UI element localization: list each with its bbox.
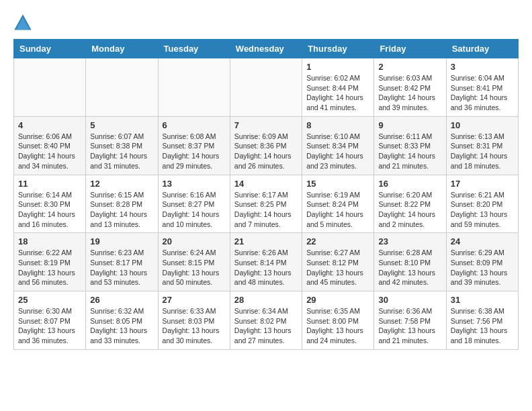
day-info: Sunrise: 6:17 AMSunset: 8:25 PMDaylight:…: [234, 190, 298, 230]
calendar-cell: 1Sunrise: 6:02 AMSunset: 8:44 PMDaylight…: [302, 58, 374, 117]
day-number: 13: [163, 179, 226, 189]
day-info: Sunrise: 6:20 AMSunset: 8:22 PMDaylight:…: [378, 190, 441, 230]
day-info: Sunrise: 6:36 AMSunset: 7:58 PMDaylight:…: [378, 306, 441, 346]
day-info: Sunrise: 6:07 AMSunset: 8:38 PMDaylight:…: [90, 132, 153, 171]
day-number: 26: [90, 295, 153, 305]
day-number: 11: [18, 179, 81, 189]
calendar-cell: 15Sunrise: 6:19 AMSunset: 8:24 PMDayligh…: [302, 175, 374, 233]
day-number: 7: [234, 120, 298, 130]
day-number: 15: [306, 179, 369, 189]
day-number: 23: [378, 236, 441, 246]
day-number: 3: [451, 62, 514, 72]
day-number: 4: [18, 120, 81, 130]
calendar-cell: 18Sunrise: 6:22 AMSunset: 8:19 PMDayligh…: [14, 233, 86, 291]
calendar-cell: 7Sunrise: 6:09 AMSunset: 8:36 PMDaylight…: [230, 116, 302, 175]
day-header-monday: Monday: [86, 40, 158, 58]
calendar-cell: 29Sunrise: 6:35 AMSunset: 8:00 PMDayligh…: [302, 291, 374, 350]
day-info: Sunrise: 6:19 AMSunset: 8:24 PMDaylight:…: [306, 190, 369, 230]
calendar-table: SundayMondayTuesdayWednesdayThursdayFrid…: [13, 39, 519, 350]
calendar-cell: 2Sunrise: 6:03 AMSunset: 8:42 PMDaylight…: [374, 58, 446, 117]
calendar-week-row: 25Sunrise: 6:30 AMSunset: 8:07 PMDayligh…: [14, 291, 519, 350]
calendar-cell: 9Sunrise: 6:11 AMSunset: 8:33 PMDaylight…: [374, 116, 446, 175]
day-info: Sunrise: 6:24 AMSunset: 8:15 PMDaylight:…: [163, 248, 226, 287]
calendar-cell: 10Sunrise: 6:13 AMSunset: 8:31 PMDayligh…: [446, 116, 518, 175]
day-number: 21: [234, 236, 298, 246]
header: [13, 13, 519, 32]
day-info: Sunrise: 6:02 AMSunset: 8:44 PMDaylight:…: [306, 73, 369, 113]
day-info: Sunrise: 6:38 AMSunset: 7:56 PMDaylight:…: [451, 306, 514, 346]
day-info: Sunrise: 6:33 AMSunset: 8:03 PMDaylight:…: [163, 306, 226, 346]
calendar-cell: [86, 58, 158, 117]
day-number: 16: [378, 179, 441, 189]
day-number: 10: [451, 120, 514, 130]
logo-icon: [13, 13, 32, 32]
calendar-cell: 17Sunrise: 6:21 AMSunset: 8:20 PMDayligh…: [446, 175, 518, 233]
day-number: 14: [234, 179, 298, 189]
calendar-cell: 28Sunrise: 6:34 AMSunset: 8:02 PMDayligh…: [230, 291, 302, 350]
day-info: Sunrise: 6:09 AMSunset: 8:36 PMDaylight:…: [234, 132, 298, 171]
day-number: 20: [163, 236, 226, 246]
day-number: 29: [306, 295, 369, 305]
day-info: Sunrise: 6:11 AMSunset: 8:33 PMDaylight:…: [378, 132, 441, 171]
day-number: 19: [90, 236, 153, 246]
calendar-cell: 27Sunrise: 6:33 AMSunset: 8:03 PMDayligh…: [158, 291, 230, 350]
day-info: Sunrise: 6:16 AMSunset: 8:27 PMDaylight:…: [163, 190, 226, 230]
calendar-cell: 19Sunrise: 6:23 AMSunset: 8:17 PMDayligh…: [86, 233, 158, 291]
day-header-thursday: Thursday: [302, 40, 374, 58]
calendar-cell: 14Sunrise: 6:17 AMSunset: 8:25 PMDayligh…: [230, 175, 302, 233]
day-info: Sunrise: 6:26 AMSunset: 8:14 PMDaylight:…: [234, 248, 298, 287]
day-info: Sunrise: 6:34 AMSunset: 8:02 PMDaylight:…: [234, 306, 298, 346]
day-header-sunday: Sunday: [14, 40, 86, 58]
day-info: Sunrise: 6:15 AMSunset: 8:28 PMDaylight:…: [90, 190, 153, 230]
day-info: Sunrise: 6:23 AMSunset: 8:17 PMDaylight:…: [90, 248, 153, 287]
calendar-cell: 31Sunrise: 6:38 AMSunset: 7:56 PMDayligh…: [446, 291, 518, 350]
day-number: 18: [18, 236, 81, 246]
calendar-header-row: SundayMondayTuesdayWednesdayThursdayFrid…: [14, 40, 519, 58]
calendar-cell: 25Sunrise: 6:30 AMSunset: 8:07 PMDayligh…: [14, 291, 86, 350]
calendar-cell: 4Sunrise: 6:06 AMSunset: 8:40 PMDaylight…: [14, 116, 86, 175]
day-number: 12: [90, 179, 153, 189]
day-number: 1: [306, 62, 369, 72]
day-info: Sunrise: 6:04 AMSunset: 8:41 PMDaylight:…: [451, 73, 514, 113]
day-info: Sunrise: 6:21 AMSunset: 8:20 PMDaylight:…: [451, 190, 514, 230]
day-number: 30: [378, 295, 441, 305]
day-number: 2: [378, 62, 441, 72]
day-number: 22: [306, 236, 369, 246]
calendar-cell: 26Sunrise: 6:32 AMSunset: 8:05 PMDayligh…: [86, 291, 158, 350]
day-number: 27: [163, 295, 226, 305]
day-info: Sunrise: 6:06 AMSunset: 8:40 PMDaylight:…: [18, 132, 81, 171]
calendar-cell: 20Sunrise: 6:24 AMSunset: 8:15 PMDayligh…: [158, 233, 230, 291]
calendar-cell: 3Sunrise: 6:04 AMSunset: 8:41 PMDaylight…: [446, 58, 518, 117]
calendar-cell: 13Sunrise: 6:16 AMSunset: 8:27 PMDayligh…: [158, 175, 230, 233]
calendar-cell: 8Sunrise: 6:10 AMSunset: 8:34 PMDaylight…: [302, 116, 374, 175]
calendar-week-row: 4Sunrise: 6:06 AMSunset: 8:40 PMDaylight…: [14, 116, 519, 175]
day-number: 31: [451, 295, 514, 305]
day-number: 9: [378, 120, 441, 130]
day-number: 17: [451, 179, 514, 189]
day-info: Sunrise: 6:03 AMSunset: 8:42 PMDaylight:…: [378, 73, 441, 113]
day-info: Sunrise: 6:08 AMSunset: 8:37 PMDaylight:…: [163, 132, 226, 171]
day-info: Sunrise: 6:13 AMSunset: 8:31 PMDaylight:…: [451, 132, 514, 171]
day-info: Sunrise: 6:10 AMSunset: 8:34 PMDaylight:…: [306, 132, 369, 171]
calendar-cell: [14, 58, 86, 117]
day-info: Sunrise: 6:14 AMSunset: 8:30 PMDaylight:…: [18, 190, 81, 230]
calendar-week-row: 1Sunrise: 6:02 AMSunset: 8:44 PMDaylight…: [14, 58, 519, 117]
calendar-cell: 5Sunrise: 6:07 AMSunset: 8:38 PMDaylight…: [86, 116, 158, 175]
day-header-saturday: Saturday: [446, 40, 518, 58]
calendar-cell: 22Sunrise: 6:27 AMSunset: 8:12 PMDayligh…: [302, 233, 374, 291]
day-info: Sunrise: 6:32 AMSunset: 8:05 PMDaylight:…: [90, 306, 153, 346]
logo: [13, 13, 35, 32]
day-info: Sunrise: 6:30 AMSunset: 8:07 PMDaylight:…: [18, 306, 81, 346]
day-info: Sunrise: 6:29 AMSunset: 8:09 PMDaylight:…: [451, 248, 514, 287]
day-header-wednesday: Wednesday: [230, 40, 302, 58]
calendar-cell: 24Sunrise: 6:29 AMSunset: 8:09 PMDayligh…: [446, 233, 518, 291]
calendar-week-row: 18Sunrise: 6:22 AMSunset: 8:19 PMDayligh…: [14, 233, 519, 291]
day-info: Sunrise: 6:27 AMSunset: 8:12 PMDaylight:…: [306, 248, 369, 287]
calendar-cell: 6Sunrise: 6:08 AMSunset: 8:37 PMDaylight…: [158, 116, 230, 175]
calendar-cell: 21Sunrise: 6:26 AMSunset: 8:14 PMDayligh…: [230, 233, 302, 291]
calendar-cell: 11Sunrise: 6:14 AMSunset: 8:30 PMDayligh…: [14, 175, 86, 233]
day-number: 25: [18, 295, 81, 305]
day-info: Sunrise: 6:22 AMSunset: 8:19 PMDaylight:…: [18, 248, 81, 287]
day-number: 5: [90, 120, 153, 130]
day-number: 6: [163, 120, 226, 130]
